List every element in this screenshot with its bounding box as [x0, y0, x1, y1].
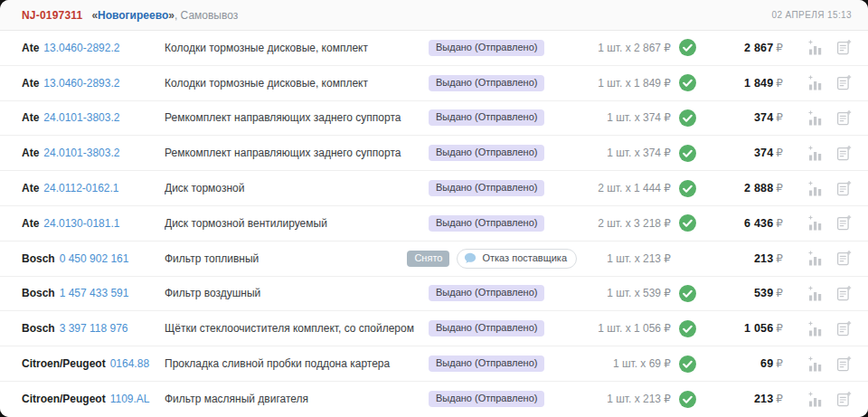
- warehouse-name[interactable]: Новогиреево: [98, 9, 168, 22]
- table-row: Citroen/Peugeot0164.88 Прокладка сливной…: [0, 346, 868, 382]
- quantity-price-label: 1 шт. x 213 ₽: [607, 393, 671, 405]
- brand-label: Ate: [22, 77, 39, 90]
- row-actions: [788, 110, 852, 126]
- status-cell: Выдано (Отправлено): [429, 215, 577, 232]
- row-total-price: 374: [754, 147, 773, 159]
- status-badge: Снято: [407, 251, 449, 267]
- brand-label: Citroen/Peugeot: [22, 357, 106, 370]
- check-circle-icon: [679, 391, 696, 408]
- brand-article-cell: Bosch1 457 433 591: [22, 287, 165, 299]
- brand-label: Bosch: [22, 252, 55, 265]
- order-datetime: 02 АПРЕЛЯ 15:13: [771, 10, 852, 20]
- price-stats-bar-chart-plus-icon[interactable]: [808, 392, 824, 407]
- article-link[interactable]: 0 450 902 161: [60, 252, 129, 265]
- price-cell: 69₽: [696, 357, 783, 370]
- currency-sign: ₽: [776, 393, 783, 405]
- article-link[interactable]: 24.0130-0181.1: [43, 217, 119, 230]
- order-header: NJ-0197311 «Новогиреево», Самовывоз 02 А…: [0, 0, 868, 31]
- price-cell: 1 849₽: [696, 77, 783, 90]
- quantity-cell: 2 шт. x 1 444 ₽: [577, 180, 696, 197]
- price-stats-bar-chart-plus-icon[interactable]: [808, 215, 824, 231]
- add-to-document-plus-icon[interactable]: [836, 286, 852, 301]
- row-actions: [788, 251, 852, 266]
- supplier-refusal-note[interactable]: Отказ поставщика: [457, 249, 577, 269]
- table-row: Bosch1 457 433 591 Фильтр воздушный Выда…: [0, 277, 868, 312]
- add-to-document-plus-icon[interactable]: [836, 215, 852, 231]
- row-actions: [788, 286, 852, 301]
- table-row: Citroen/Peugeot1109.AL Фильтр масляный д…: [0, 382, 868, 417]
- status-badge: Выдано (Отправлено): [429, 391, 544, 407]
- article-link[interactable]: 0164.88: [110, 357, 149, 370]
- check-circle-icon: [679, 39, 696, 56]
- check-circle-icon: [679, 109, 696, 127]
- add-to-document-plus-icon[interactable]: [836, 251, 852, 266]
- brand-article-cell: Bosch3 397 118 976: [22, 322, 165, 335]
- article-link[interactable]: 24.0101-3803.2: [43, 111, 119, 124]
- add-to-document-plus-icon[interactable]: [836, 181, 852, 196]
- price-stats-bar-chart-plus-icon[interactable]: [808, 321, 824, 336]
- quantity-price-label: 1 шт. x 69 ₽: [613, 357, 671, 370]
- add-to-document-plus-icon[interactable]: [836, 392, 852, 407]
- part-description: Фильтр воздушный: [165, 287, 429, 299]
- order-id[interactable]: NJ-0197311: [22, 9, 82, 22]
- status-cell: Выдано (Отправлено): [429, 391, 577, 407]
- status-cell: Выдано (Отправлено): [429, 285, 577, 301]
- price-stats-bar-chart-plus-icon[interactable]: [808, 146, 824, 161]
- warehouse-label: «Новогиреево», Самовывоз: [91, 9, 238, 22]
- currency-sign: ₽: [776, 147, 783, 159]
- brand-article-cell: Bosch0 450 902 161: [22, 252, 165, 265]
- add-to-document-plus-icon[interactable]: [836, 146, 852, 161]
- add-to-document-plus-icon[interactable]: [836, 40, 852, 55]
- article-link[interactable]: 1 457 433 591: [60, 287, 129, 299]
- row-actions: [788, 356, 852, 372]
- article-link[interactable]: 24.0101-3803.2: [43, 147, 119, 159]
- table-row: Bosch0 450 902 161 Фильтр топливный Снят…: [0, 242, 868, 277]
- price-cell: 213₽: [696, 252, 783, 265]
- status-cell: Выдано (Отправлено): [429, 355, 577, 372]
- price-stats-bar-chart-plus-icon[interactable]: [808, 356, 824, 372]
- table-row: Bosch3 397 118 976 Щётки стеклоочистител…: [0, 311, 868, 346]
- quantity-cell: 1 шт. x 539 ₽: [577, 285, 696, 302]
- price-stats-bar-chart-plus-icon[interactable]: [808, 40, 824, 55]
- article-link[interactable]: 1109.AL: [110, 393, 150, 405]
- status-badge: Выдано (Отправлено): [429, 215, 544, 232]
- add-to-document-plus-icon[interactable]: [836, 321, 852, 336]
- currency-sign: ₽: [776, 77, 783, 90]
- price-stats-bar-chart-plus-icon[interactable]: [808, 75, 824, 90]
- price-stats-bar-chart-plus-icon[interactable]: [808, 110, 824, 126]
- check-circle-icon: [679, 145, 696, 162]
- price-stats-bar-chart-plus-icon[interactable]: [808, 251, 824, 266]
- check-circle-icon: [679, 74, 696, 91]
- quantity-price-label: 2 шт. x 3 218 ₽: [598, 217, 671, 230]
- article-link[interactable]: 13.0460-2892.2: [43, 42, 119, 54]
- article-link[interactable]: 13.0460-2893.2: [43, 77, 119, 90]
- price-stats-bar-chart-plus-icon[interactable]: [808, 286, 824, 301]
- price-stats-bar-chart-plus-icon[interactable]: [808, 181, 824, 196]
- article-link[interactable]: 24.0112-0162.1: [43, 182, 118, 194]
- brand-article-cell: Ate24.0101-3803.2: [22, 111, 165, 124]
- article-link[interactable]: 3 397 118 976: [60, 322, 128, 335]
- add-to-document-plus-icon[interactable]: [836, 356, 852, 372]
- currency-sign: ₽: [776, 357, 783, 370]
- status-badge: Выдано (Отправлено): [429, 40, 544, 56]
- status-badge: Выдано (Отправлено): [429, 75, 544, 91]
- row-actions: [788, 75, 852, 90]
- add-to-document-plus-icon[interactable]: [836, 75, 852, 90]
- status-badge: Выдано (Отправлено): [429, 145, 544, 161]
- quantity-cell: 1 шт. x 2 867 ₽: [577, 39, 696, 56]
- row-total-price: 6 436: [744, 217, 773, 230]
- brand-article-cell: Citroen/Peugeot0164.88: [22, 357, 165, 370]
- part-description: Диск тормозной вентилируемый: [165, 217, 429, 230]
- check-circle-icon: [679, 355, 696, 373]
- quantity-price-label: 2 шт. x 1 444 ₽: [598, 182, 671, 194]
- table-row: Ate24.0130-0181.1 Диск тормозной вентили…: [0, 206, 868, 242]
- currency-sign: ₽: [776, 252, 783, 265]
- price-cell: 6 436₽: [696, 217, 783, 230]
- part-description: Фильтр топливный: [165, 252, 407, 265]
- status-badge: Выдано (Отправлено): [429, 285, 544, 301]
- table-row: Ate24.0101-3803.2 Ремкомплект направляющ…: [0, 136, 868, 171]
- quantity-cell: 1 шт. x 69 ₽: [577, 355, 696, 373]
- add-to-document-plus-icon[interactable]: [836, 110, 852, 126]
- brand-label: Ate: [22, 111, 39, 124]
- row-actions: [788, 181, 852, 196]
